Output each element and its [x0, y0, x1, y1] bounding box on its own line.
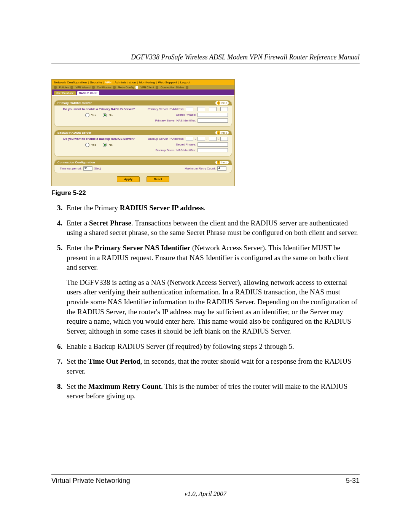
running-header: DGFV338 ProSafe Wireless ADSL Modem VPN …: [51, 53, 360, 61]
subnav-connstatus[interactable]: Connection Status: [161, 86, 184, 89]
bullet-icon: [70, 86, 73, 89]
retry-label: Maximum Retry Count:: [185, 167, 216, 170]
footer-rule: [51, 474, 360, 474]
nav-item-admin[interactable]: Administration: [115, 81, 136, 84]
subnav-vpnwizard[interactable]: VPN Wizard: [75, 86, 90, 89]
nav-item-security[interactable]: Security: [90, 81, 102, 84]
section-title-primary: Primary RADIUS Server: [57, 101, 92, 105]
nav-item-websupport[interactable]: Web Support: [158, 81, 177, 84]
backup-nas-label: Backup Server NAS Identifier:: [156, 149, 196, 152]
primary-radio-yes[interactable]: Yes: [85, 113, 96, 117]
bullet-icon: [156, 86, 158, 89]
help-icon: ?: [217, 101, 220, 105]
step-8-pre: Set the: [67, 382, 88, 390]
tab-radius-client[interactable]: RADIUS Client: [77, 91, 99, 95]
footer-page-number: 5-31: [346, 477, 360, 485]
figure-caption: Figure 5-22: [51, 189, 360, 197]
radio-icon-checked: [103, 113, 107, 117]
primary-ip-octet-3[interactable]: [209, 107, 217, 111]
bullet-icon: [92, 86, 95, 89]
primary-ip-octet-1[interactable]: [186, 107, 193, 111]
bullet-icon: [186, 86, 188, 89]
no-label: No: [108, 143, 112, 147]
step-5-pre: Enter the: [67, 244, 95, 252]
subnav-modeconfig[interactable]: Mode Config: [118, 86, 134, 89]
bullet-icon-active: [135, 86, 138, 89]
primary-nas-label: Primary Server NAS Identifier:: [155, 119, 196, 122]
reset-button[interactable]: Reset: [147, 176, 169, 182]
nav-main: Network Configuration| Security| VPN| Ad…: [52, 80, 234, 85]
header-rule: [51, 64, 360, 64]
section-title-backup: Backup RADIUS Server: [57, 131, 91, 134]
help-icon: ?: [217, 161, 220, 164]
step-6: Enable a Backup RADIUS Server (if requir…: [64, 342, 360, 351]
backup-ip-octet-1[interactable]: [186, 137, 193, 141]
step-3-pre: Enter the Primary: [67, 204, 120, 212]
router-screenshot: Network Configuration| Security| VPN| Ad…: [51, 79, 235, 186]
primary-ip-label: Primary Server IP Address:: [148, 107, 184, 111]
timeout-input[interactable]: 30: [83, 166, 92, 171]
backup-ip-octet-4[interactable]: [220, 137, 228, 141]
radio-icon: [85, 113, 89, 117]
backup-enable-question: Do you want to enable a Backup RADIUS Se…: [58, 137, 140, 141]
step-4-bold: Secret Phrase: [89, 219, 131, 227]
primary-radio-no[interactable]: No: [103, 113, 112, 117]
section-backup-radius: Backup RADIUS Server ? help Do you want …: [54, 130, 232, 157]
backup-ip-label: Backup Server IP Address:: [148, 137, 184, 141]
backup-secret-label: Secret Phrase:: [176, 143, 196, 146]
backup-radio-yes[interactable]: Yes: [85, 143, 96, 147]
section-connection-config: Connection Configuration ? help Time out…: [54, 160, 232, 173]
backup-ip-octet-2[interactable]: [198, 137, 205, 141]
radio-icon: [85, 143, 89, 147]
bullet-icon: [113, 86, 116, 89]
primary-ip-octet-4[interactable]: [220, 107, 228, 111]
step-3-post: .: [204, 204, 206, 212]
subnav-certificates[interactable]: Certificates: [97, 86, 112, 89]
step-5-extra: The DGFV338 is acting as a NAS (Network …: [67, 278, 360, 336]
tab-user-database[interactable]: User Database: [54, 91, 76, 95]
step-7: Set the Time Out Period, in seconds, tha…: [64, 356, 360, 376]
subnav-vpnclient[interactable]: VPN Client: [140, 86, 154, 89]
step-3-bold: RADIUS Server IP address: [120, 204, 204, 212]
primary-secret-input[interactable]: [198, 113, 228, 117]
bullet-icon: [54, 86, 57, 89]
apply-button[interactable]: Apply: [117, 176, 140, 182]
primary-enable-question: Do you want to enable a Primary RADIUS S…: [58, 107, 140, 112]
step-4: Enter a Secret Phrase. Transactions betw…: [64, 218, 360, 238]
primary-ip-octet-2[interactable]: [198, 107, 205, 111]
retry-input[interactable]: 4: [217, 166, 226, 171]
footer-version: v1.0, April 2007: [51, 490, 360, 498]
nav-item-vpn[interactable]: VPN: [105, 81, 111, 84]
backup-secret-input[interactable]: [198, 142, 228, 147]
step-4-pre: Enter a: [67, 219, 89, 227]
help-link-conn[interactable]: ? help: [215, 161, 229, 164]
section-title-conn: Connection Configuration: [57, 161, 95, 164]
help-link-backup[interactable]: ? help: [215, 131, 229, 134]
step-8: Set the Maximum Retry Count. This is the…: [64, 382, 360, 401]
backup-nas-input[interactable]: [198, 148, 228, 152]
radio-icon-checked: [103, 143, 107, 147]
nav-item-monitoring[interactable]: Monitoring: [139, 81, 155, 84]
yes-label: Yes: [91, 113, 96, 117]
step-3: Enter the Primary RADIUS Server IP addre…: [64, 203, 360, 213]
footer-section-name: Virtual Private Networking: [51, 477, 130, 485]
instruction-list: Enter the Primary RADIUS Server IP addre…: [51, 203, 360, 401]
panel-body: Primary RADIUS Server ? help Do you want…: [52, 96, 234, 186]
help-link-primary[interactable]: ? help: [215, 101, 229, 105]
yes-label: Yes: [91, 143, 96, 147]
step-7-pre: Set the: [67, 357, 88, 365]
primary-secret-label: Secret Phrase:: [176, 113, 196, 117]
help-label: help: [221, 131, 227, 134]
backup-radio-no[interactable]: No: [103, 143, 112, 147]
tab-row: User Database RADIUS Client: [52, 89, 234, 95]
nav-item-network[interactable]: Network Configuration: [54, 81, 87, 84]
nav-item-logout[interactable]: Logout: [180, 81, 190, 84]
help-icon: ?: [217, 131, 220, 134]
help-label: help: [221, 161, 227, 164]
primary-nas-input[interactable]: [198, 118, 228, 123]
step-8-bold: Maximum Retry Count.: [88, 382, 163, 390]
no-label: No: [108, 113, 112, 117]
step-7-bold: Time Out Period: [88, 357, 140, 365]
subnav-policies[interactable]: Policies: [59, 86, 69, 89]
backup-ip-octet-3[interactable]: [209, 137, 217, 141]
